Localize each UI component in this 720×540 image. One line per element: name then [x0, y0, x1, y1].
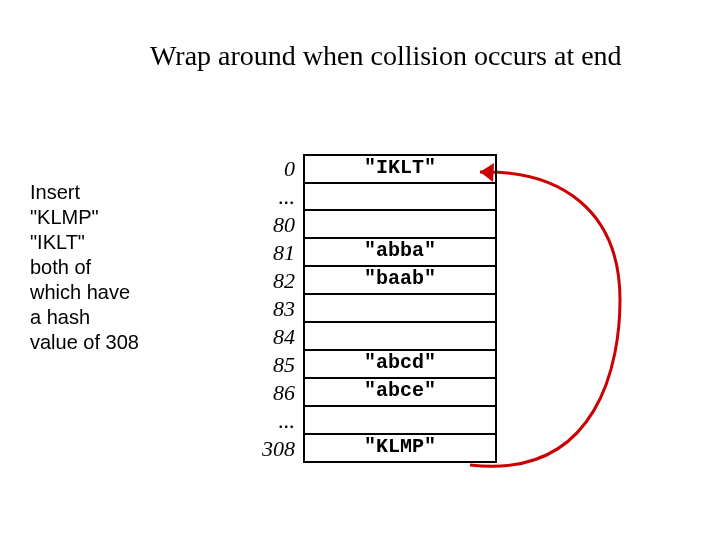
row-index: 308 [240, 436, 303, 462]
desc-line: which have [30, 280, 139, 305]
row-value [303, 323, 497, 351]
table-row: 83 [240, 295, 497, 323]
row-value: "KLMP" [303, 435, 497, 463]
table-row: ... [240, 407, 497, 435]
row-index: 85 [240, 352, 303, 378]
row-index: 83 [240, 296, 303, 322]
table-row: 86 "abce" [240, 379, 497, 407]
row-value: "abcd" [303, 351, 497, 379]
insert-description: Insert "KLMP" "IKLT" both of which have … [30, 180, 139, 355]
row-value: "abce" [303, 379, 497, 407]
table-row: ... [240, 183, 497, 211]
row-value: "IKLT" [303, 154, 497, 184]
table-row: 81 "abba" [240, 239, 497, 267]
row-value: "baab" [303, 267, 497, 295]
desc-line: "IKLT" [30, 230, 139, 255]
row-value [303, 295, 497, 323]
page-title: Wrap around when collision occurs at end [150, 40, 622, 72]
row-index: ... [240, 408, 303, 434]
row-index: 86 [240, 380, 303, 406]
row-index: ... [240, 184, 303, 210]
row-index: 80 [240, 212, 303, 238]
row-index: 82 [240, 268, 303, 294]
row-value [303, 183, 497, 211]
table-row: 82 "baab" [240, 267, 497, 295]
row-index: 84 [240, 324, 303, 350]
table-row: 0 "IKLT" [240, 155, 497, 183]
row-value [303, 407, 497, 435]
table-row: 84 [240, 323, 497, 351]
row-index: 81 [240, 240, 303, 266]
row-value [303, 211, 497, 239]
desc-line: value of 308 [30, 330, 139, 355]
table-row: 308 "KLMP" [240, 435, 497, 463]
table-row: 85 "abcd" [240, 351, 497, 379]
desc-line: Insert [30, 180, 139, 205]
desc-line: "KLMP" [30, 205, 139, 230]
desc-line: both of [30, 255, 139, 280]
desc-line: a hash [30, 305, 139, 330]
row-value: "abba" [303, 239, 497, 267]
row-index: 0 [240, 156, 303, 182]
table-row: 80 [240, 211, 497, 239]
hash-table: 0 "IKLT" ... 80 81 "abba" 82 "baab" 83 8… [240, 155, 497, 463]
